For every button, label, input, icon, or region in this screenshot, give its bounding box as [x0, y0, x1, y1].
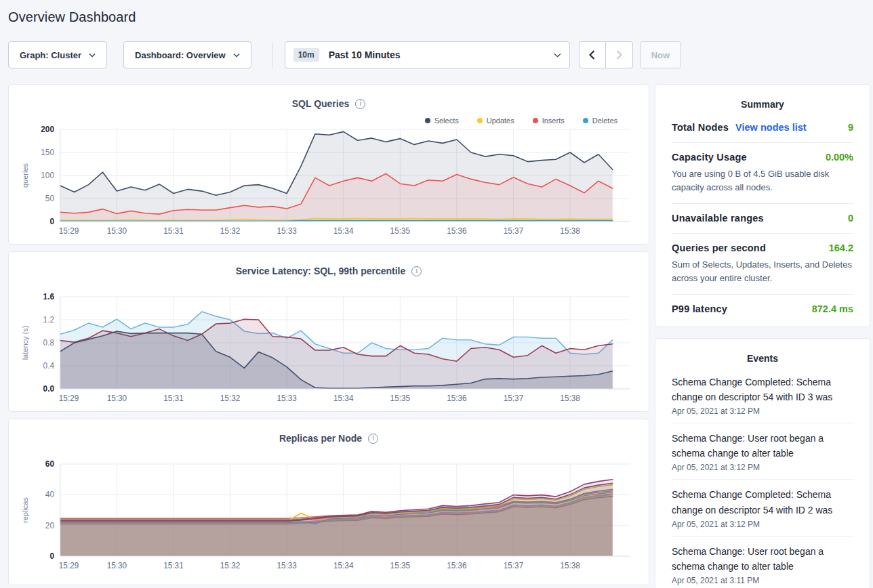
time-range-label: Past 10 Minutes — [329, 49, 401, 60]
svg-text:15:33: 15:33 — [277, 394, 297, 403]
event-item[interactable]: Schema Change: User root began a schema … — [672, 537, 853, 588]
toolbar-divider — [272, 42, 273, 68]
summary-row-unavailable-ranges: Unavailable ranges 0 — [672, 204, 853, 234]
svg-text:15:35: 15:35 — [390, 394, 411, 403]
chart-panel-replicas: Replicas per Node i 020406015:2915:3015:… — [8, 419, 649, 585]
svg-text:15:33: 15:33 — [277, 561, 297, 570]
svg-text:15:34: 15:34 — [333, 561, 354, 570]
summary-panel: Summary Total Nodes View nodes list 9 Ca… — [655, 84, 870, 327]
svg-text:15:38: 15:38 — [560, 394, 580, 403]
event-item[interactable]: Schema Change Completed: Schema change o… — [672, 480, 853, 536]
summary-row-capacity: Capacity Usage 0.00% You are using 0 B o… — [672, 143, 853, 204]
time-nav — [579, 41, 633, 68]
qps-label: Queries per second — [672, 243, 766, 253]
legend-dot-icon — [583, 118, 588, 123]
svg-text:15:30: 15:30 — [107, 226, 127, 236]
info-icon[interactable]: i — [355, 99, 365, 109]
svg-text:0.4: 0.4 — [43, 361, 55, 371]
legend-dot-icon — [477, 118, 483, 123]
svg-text:200: 200 — [41, 125, 54, 134]
svg-text:60: 60 — [45, 459, 54, 469]
service-latency-chart[interactable]: 0.00.40.81.21.615:2915:3015:3115:3215:33… — [18, 290, 639, 411]
sql-queries-chart[interactable]: 05010015020015:2915:3015:3115:3215:3315:… — [18, 123, 639, 243]
total-nodes-value: 9 — [848, 122, 853, 133]
now-button[interactable]: Now — [640, 41, 681, 68]
event-timestamp: Apr 05, 2021 at 3:11 PM — [672, 576, 853, 585]
legend-dot-icon — [533, 118, 538, 123]
dashboard-dropdown[interactable]: Dashboard: Overview — [123, 41, 251, 68]
svg-text:15:34: 15:34 — [333, 394, 354, 403]
svg-text:15:38: 15:38 — [560, 561, 580, 570]
event-text: Schema Change Completed: Schema change o… — [672, 375, 853, 404]
info-icon[interactable]: i — [411, 266, 422, 276]
prev-range-button[interactable] — [579, 41, 606, 68]
event-text: Schema Change Completed: Schema change o… — [672, 487, 853, 517]
svg-text:50: 50 — [45, 194, 54, 203]
info-icon[interactable]: i — [368, 434, 378, 444]
chevron-down-icon — [554, 53, 561, 58]
svg-text:15:31: 15:31 — [163, 394, 184, 403]
capacity-usage-desc: You are using 0 B of 4.5 GiB usable disk… — [672, 167, 853, 194]
replicas-per-node-chart[interactable]: 020406015:2915:3015:3115:3215:3315:3415:… — [18, 457, 639, 578]
svg-text:15:37: 15:37 — [504, 226, 523, 236]
view-nodes-list-link[interactable]: View nodes list — [735, 122, 807, 133]
chart-title: Replicas per Node — [279, 433, 362, 444]
chart-panel-service-latency: Service Latency: SQL, 99th percentile i … — [8, 251, 649, 412]
svg-text:100: 100 — [41, 171, 54, 180]
svg-text:15:33: 15:33 — [277, 226, 297, 236]
svg-text:latency (s): latency (s) — [21, 326, 29, 360]
p99-latency-value: 872.4 ms — [812, 303, 853, 314]
svg-text:0.8: 0.8 — [43, 338, 55, 348]
svg-text:15:31: 15:31 — [163, 561, 184, 570]
svg-text:1.2: 1.2 — [43, 315, 54, 324]
page-title: Overview Dashboard — [8, 9, 873, 25]
main-content: SQL Queries i SelectsUpdatesInsertsDelet… — [8, 84, 870, 588]
legend-item[interactable]: Inserts — [533, 117, 565, 125]
chevron-left-icon — [589, 50, 595, 60]
chart-title: SQL Queries — [292, 98, 350, 109]
svg-text:1.6: 1.6 — [43, 292, 55, 301]
event-item[interactable]: Schema Change Completed: Schema change o… — [672, 367, 853, 423]
qps-value: 164.2 — [829, 243, 853, 253]
event-text: Schema Change: User root began a schema … — [672, 544, 853, 574]
svg-text:15:32: 15:32 — [220, 561, 240, 570]
chart-title: Service Latency: SQL, 99th percentile — [236, 266, 406, 276]
svg-text:15:29: 15:29 — [59, 561, 79, 570]
sidebar: Summary Total Nodes View nodes list 9 Ca… — [655, 84, 870, 588]
qps-desc: Sum of Selects, Updates, Inserts, and De… — [672, 258, 853, 285]
capacity-usage-value: 0.00% — [826, 152, 853, 163]
svg-text:15:36: 15:36 — [447, 561, 467, 570]
svg-text:15:34: 15:34 — [333, 226, 354, 236]
unavailable-ranges-label: Unavailable ranges — [672, 213, 764, 224]
event-item[interactable]: Schema Change: User root began a schema … — [672, 423, 853, 480]
total-nodes-label: Total Nodes — [672, 122, 729, 133]
capacity-usage-label: Capacity Usage — [672, 152, 747, 163]
events-panel: Events Schema Change Completed: Schema c… — [655, 338, 870, 588]
svg-text:replicas: replicas — [21, 497, 29, 523]
svg-text:15:37: 15:37 — [504, 394, 523, 403]
page: Overview Dashboard Graph: Cluster Dashbo… — [0, 9, 873, 588]
p99-latency-label: P99 latency — [672, 303, 727, 314]
graph-dropdown[interactable]: Graph: Cluster — [8, 41, 107, 68]
next-range-button[interactable] — [606, 41, 633, 68]
legend-item[interactable]: Selects — [425, 117, 459, 125]
time-range-picker[interactable]: 10m Past 10 Minutes — [285, 41, 570, 68]
svg-text:20: 20 — [45, 521, 54, 530]
event-timestamp: Apr 05, 2021 at 3:12 PM — [672, 406, 853, 416]
summary-row-p99: P99 latency 872.4 ms — [672, 295, 853, 324]
svg-text:15:30: 15:30 — [107, 394, 127, 403]
svg-text:0: 0 — [49, 551, 54, 561]
toolbar: Graph: Cluster Dashboard: Overview 10m P… — [8, 41, 865, 68]
svg-text:15:38: 15:38 — [560, 226, 580, 236]
svg-text:15:29: 15:29 — [59, 226, 79, 236]
legend-item[interactable]: Updates — [477, 117, 514, 125]
svg-text:15:36: 15:36 — [447, 226, 467, 236]
svg-text:15:31: 15:31 — [163, 226, 184, 236]
svg-text:15:29: 15:29 — [59, 394, 79, 403]
summary-title: Summary — [672, 99, 853, 110]
svg-text:15:36: 15:36 — [447, 394, 467, 403]
event-text: Schema Change: User root began a schema … — [672, 431, 853, 461]
summary-row-qps: Queries per second 164.2 Sum of Selects,… — [672, 234, 853, 295]
event-timestamp: Apr 05, 2021 at 3:12 PM — [672, 463, 853, 472]
legend-item[interactable]: Deletes — [583, 117, 617, 125]
